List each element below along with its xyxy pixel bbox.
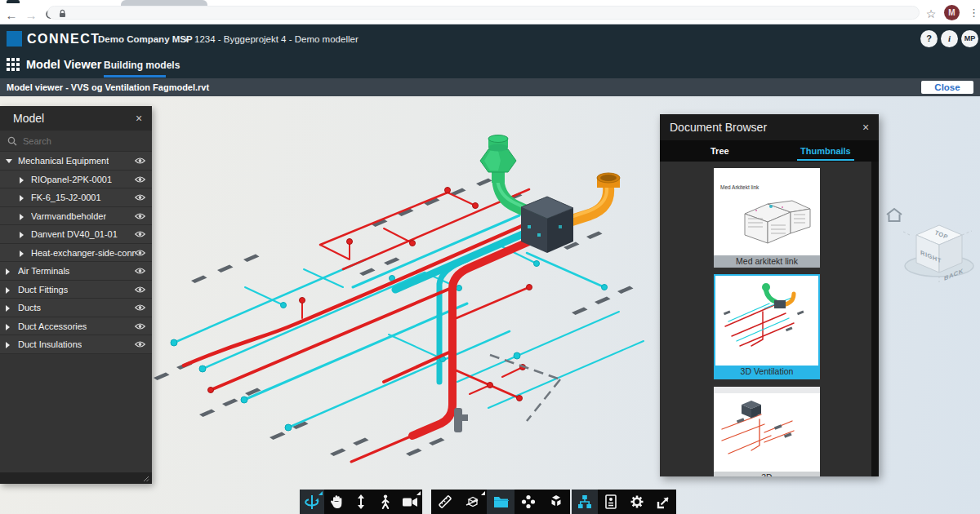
gray-pipe-stub xyxy=(454,408,468,432)
caret-right-icon[interactable] xyxy=(6,287,10,294)
zoom-button[interactable] xyxy=(349,490,373,514)
tree-row-riopanel[interactable]: RIOpanel-2PK-0001 xyxy=(0,171,152,189)
tree-row-duct-fittings[interactable]: Duct Fittings xyxy=(0,281,152,299)
caret-right-icon[interactable] xyxy=(20,232,24,238)
model-tree: Mechanical Equipment RIOpanel-2PK-0001 F… xyxy=(0,152,152,354)
document-browser-scrollbar[interactable] xyxy=(871,162,879,476)
tree-row-heat-exchanger[interactable]: Heat-exchanger-side-connection-2-0 xyxy=(0,244,152,263)
caret-right-icon[interactable] xyxy=(20,195,24,202)
caret-down-icon[interactable] xyxy=(6,159,12,163)
thumbnail-caption-selected: 3D Ventilation xyxy=(715,366,818,378)
thumbnail-image-architect: Med Arkitekt link xyxy=(714,168,820,255)
mini-ventilation-drawing xyxy=(715,276,818,366)
tree-row-mechanical-equipment[interactable]: Mechanical Equipment xyxy=(0,152,152,171)
caret-right-icon[interactable] xyxy=(6,268,10,275)
document-browser-header: Document Browser × xyxy=(660,114,879,140)
properties-button[interactable] xyxy=(598,490,624,514)
visibility-eye-icon[interactable] xyxy=(135,157,145,165)
models-button[interactable] xyxy=(487,490,514,514)
visibility-eye-icon[interactable] xyxy=(135,212,145,220)
caret-right-icon[interactable] xyxy=(6,342,10,348)
camera-views-button[interactable] xyxy=(398,490,422,514)
toolbar-tools-group xyxy=(431,490,570,514)
mini-heating-drawing xyxy=(714,387,820,472)
tree-row-air-terminals[interactable]: Air Terminals xyxy=(0,262,152,281)
resize-grip-icon[interactable] xyxy=(143,476,149,482)
thumbnail-med-arkitekt-link[interactable]: Med Arkitekt link Med arkitekt link xyxy=(714,168,820,268)
view-cube[interactable]: TOP RIGHT BACK xyxy=(902,215,977,287)
tree-row-danvent[interactable]: Danvent DV40_01-01 xyxy=(0,225,152,244)
thumbnail-image-heating xyxy=(714,387,820,472)
visibility-eye-icon[interactable] xyxy=(135,322,145,330)
tab-tree[interactable]: Tree xyxy=(710,146,729,156)
visibility-eye-icon[interactable] xyxy=(135,249,145,257)
walk-button[interactable] xyxy=(373,490,398,514)
tab-thumbnails[interactable]: Thumbnails xyxy=(800,146,851,156)
visibility-eye-icon[interactable] xyxy=(135,267,145,275)
visibility-eye-icon[interactable] xyxy=(135,230,145,238)
document-browser-close-icon[interactable]: × xyxy=(859,121,872,134)
pipes-red xyxy=(184,189,529,462)
thumbnail-3d-heating[interactable]: 3D xyxy=(714,387,820,476)
orbit-button[interactable] xyxy=(300,490,324,514)
home-view-icon[interactable] xyxy=(885,207,903,224)
flyout-badge xyxy=(318,491,323,495)
visibility-eye-icon[interactable] xyxy=(135,175,145,184)
settings-button[interactable] xyxy=(624,490,650,514)
document-browser-title: Document Browser xyxy=(670,121,767,134)
markup-button[interactable] xyxy=(514,490,542,514)
search-icon xyxy=(7,136,17,146)
caret-right-icon[interactable] xyxy=(6,324,10,330)
thumbnail-caption: 3D xyxy=(714,472,820,476)
visibility-eye-icon[interactable] xyxy=(135,193,145,202)
tree-row-ducts[interactable]: Ducts xyxy=(0,299,152,317)
visibility-eye-icon[interactable] xyxy=(135,340,145,348)
section-button[interactable] xyxy=(459,490,487,514)
fullscreen-button[interactable] xyxy=(650,490,676,514)
thumbnail-header-strip xyxy=(714,387,820,393)
toolbar-panels-group xyxy=(572,490,676,514)
model-panel-close-icon[interactable]: × xyxy=(132,112,145,125)
model-panel-footer xyxy=(0,472,152,484)
tree-row-fk[interactable]: FK-6_15-J2-0001 xyxy=(0,188,152,207)
thumbnail-caption: Med arkitekt link xyxy=(714,255,820,268)
thumbnails-tab-underline xyxy=(797,159,854,161)
flyout-badge xyxy=(481,491,485,495)
visibility-eye-icon[interactable] xyxy=(135,286,145,294)
thumbnail-image-ventilation xyxy=(715,276,818,366)
model-panel-header: Model × xyxy=(0,106,152,131)
pan-button[interactable] xyxy=(324,490,349,514)
search-input[interactable] xyxy=(23,136,129,146)
document-browser-panel: Document Browser × Tree Thumbnails Med A… xyxy=(660,114,879,476)
model-panel: Model × Mechanical Equipment RIOpanel-2P… xyxy=(0,106,152,484)
tree-row-varmvandbeholder[interactable]: Varmvandbeholder xyxy=(0,207,152,226)
caret-right-icon[interactable] xyxy=(20,177,24,184)
reference-lines xyxy=(490,355,560,421)
caret-right-icon[interactable] xyxy=(20,250,24,257)
ducts-cyan xyxy=(174,215,644,428)
tree-row-duct-insulations[interactable]: Duct Insulations xyxy=(0,335,152,354)
document-browser-tabs: Tree Thumbnails xyxy=(660,140,879,162)
explode-button[interactable] xyxy=(542,490,570,514)
toolbar-navigation-group xyxy=(300,490,422,514)
model-tree-button[interactable] xyxy=(572,490,598,514)
flyout-badge xyxy=(416,491,421,495)
model-search-row xyxy=(0,131,152,152)
visibility-eye-icon[interactable] xyxy=(135,304,145,312)
caret-right-icon[interactable] xyxy=(20,214,24,220)
mini-building-drawing xyxy=(714,168,820,255)
thumbnail-3d-ventilation[interactable]: 3D Ventilation xyxy=(714,274,820,379)
tree-row-duct-accessories[interactable]: Duct Accessories xyxy=(0,317,152,336)
caret-right-icon[interactable] xyxy=(6,305,10,312)
measure-button[interactable] xyxy=(431,490,459,514)
duct-orange xyxy=(569,173,620,221)
model-panel-title: Model xyxy=(13,112,44,125)
ahu-unit xyxy=(521,197,573,253)
